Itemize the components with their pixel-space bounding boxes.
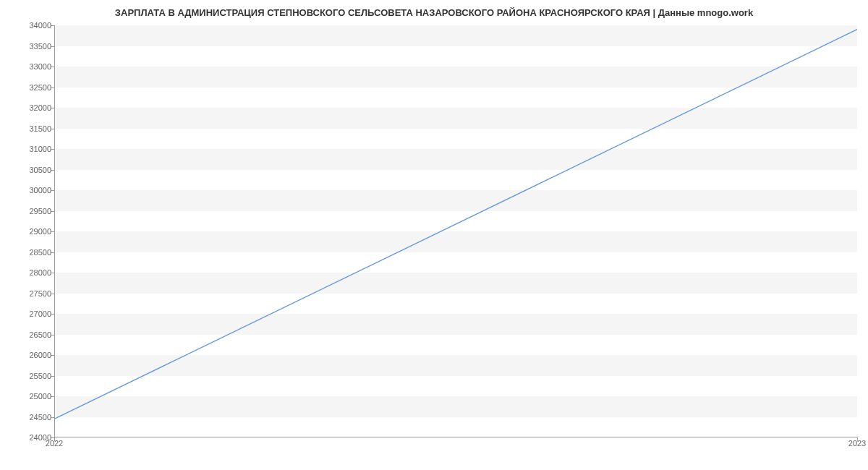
y-tick-label: 28000 — [29, 268, 51, 277]
y-tick-label: 34000 — [29, 21, 51, 30]
y-axis-labels: 2400024500250002550026000265002700027500… — [25, 25, 51, 437]
y-tick-label: 31000 — [29, 145, 51, 153]
x-axis-labels: 20222023 — [54, 439, 857, 450]
y-tick-label: 31500 — [29, 124, 51, 133]
y-tick-label: 28500 — [29, 248, 51, 257]
y-tick-label: 27000 — [29, 309, 51, 318]
x-tick-label: 2023 — [848, 439, 866, 448]
y-tick-label: 32500 — [29, 83, 51, 92]
y-tick-label: 29000 — [29, 227, 51, 236]
y-tick-label: 30500 — [29, 166, 51, 174]
y-tick-label: 27500 — [29, 289, 51, 298]
y-tick-label: 25000 — [29, 392, 51, 401]
y-tick-label: 24500 — [29, 413, 51, 422]
y-tick-label: 33000 — [29, 62, 51, 71]
y-tick-label: 32000 — [29, 103, 51, 112]
y-tick-label: 26000 — [29, 351, 51, 359]
y-tick-label: 25500 — [29, 372, 51, 380]
x-tick-label: 2022 — [46, 439, 63, 448]
y-tick-label: 29500 — [29, 207, 51, 215]
y-tick-label: 33500 — [29, 42, 51, 51]
chart-title: ЗАРПЛАТА В АДМИНИСТРАЦИЯ СТЕПНОВСКОГО СЕ… — [0, 0, 868, 24]
y-tick-label: 30000 — [29, 186, 51, 195]
chart-line-series — [54, 25, 857, 437]
y-tick-label: 26500 — [29, 330, 51, 339]
chart-plot-area: 2400024500250002550026000265002700027500… — [54, 25, 857, 437]
